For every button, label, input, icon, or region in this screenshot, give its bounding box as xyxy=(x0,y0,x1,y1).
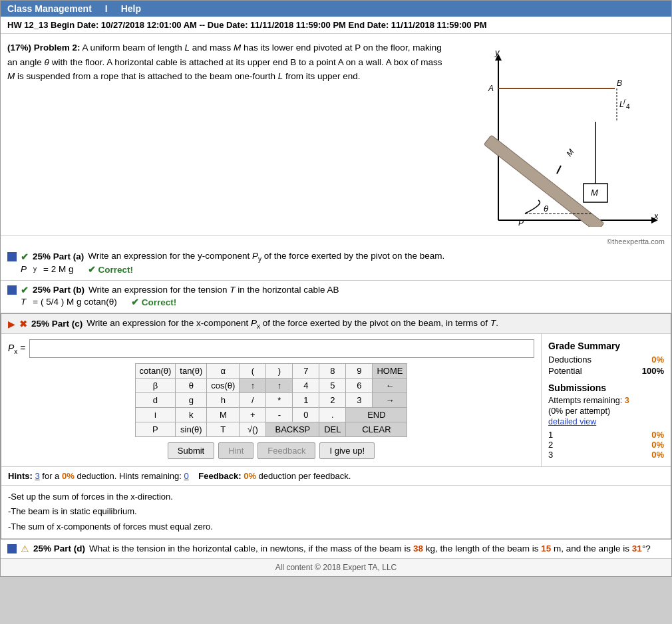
hint-button[interactable]: Hint xyxy=(218,442,253,459)
hints-content: -Set up the sum of forces in the x-direc… xyxy=(1,486,671,538)
potential-value: 100% xyxy=(642,366,664,376)
key-tan[interactable]: tan(θ) xyxy=(176,364,207,379)
key-0[interactable]: 0 xyxy=(293,408,319,422)
feedback-pct: 0% xyxy=(244,471,256,481)
key-7[interactable]: 7 xyxy=(293,364,319,379)
svg-text:P: P xyxy=(518,218,524,227)
problem-diagram: x y A B M xyxy=(458,41,665,229)
key-del[interactable]: DEL xyxy=(319,422,346,437)
part-c-description: Write an expression for the x-component … xyxy=(86,318,498,330)
key-divide[interactable]: / xyxy=(240,393,266,408)
key-9[interactable]: 9 xyxy=(346,364,373,379)
key-theta[interactable]: θ xyxy=(176,379,207,393)
key-cotan[interactable]: cotan(θ) xyxy=(135,364,176,379)
key-alpha[interactable]: α xyxy=(207,364,240,379)
input-label: Px = xyxy=(8,343,25,355)
attempts-label: Attempts remaining: xyxy=(548,396,622,405)
diagram-svg: x y A B M xyxy=(458,41,658,227)
key-h[interactable]: h xyxy=(207,393,240,408)
svg-text:x: x xyxy=(653,211,658,221)
key-plus[interactable]: + xyxy=(240,408,266,422)
key-sqrt[interactable]: √() xyxy=(240,422,266,437)
detailed-link[interactable]: detailed view xyxy=(548,417,664,426)
svg-text:M: M xyxy=(591,188,598,198)
key-beta[interactable]: β xyxy=(135,379,176,393)
sub-val-1: 0% xyxy=(651,430,664,440)
hints-deduction-pct: 0% xyxy=(62,471,75,481)
key-8[interactable]: 8 xyxy=(319,364,346,379)
key-dot[interactable]: . xyxy=(319,408,346,422)
key-i[interactable]: i xyxy=(135,408,176,422)
key-sin[interactable]: sin(θ) xyxy=(176,422,207,437)
key-T[interactable]: T xyxy=(207,422,240,437)
svg-line-23 xyxy=(557,166,561,174)
hints-count[interactable]: 3 xyxy=(35,471,39,481)
sub-val-2: 0% xyxy=(651,440,664,450)
part-c-left: Px = cotan(θ) tan(θ) α ( ) 7 8 xyxy=(1,334,541,466)
sub-num-3: 3 xyxy=(548,450,553,460)
answer-input[interactable] xyxy=(29,339,534,358)
feedback-label: Feedback: xyxy=(198,471,241,481)
key-backspace[interactable]: ← xyxy=(373,379,407,393)
deductions-row: Deductions 0% xyxy=(548,355,664,365)
submit-button[interactable]: Submit xyxy=(168,442,214,459)
attempts-value: 3 xyxy=(625,396,629,405)
key-right[interactable]: → xyxy=(373,393,407,408)
key-d[interactable]: d xyxy=(135,393,176,408)
key-6[interactable]: 6 xyxy=(346,379,373,393)
key-g[interactable]: g xyxy=(176,393,207,408)
footer: All content © 2018 Expert TA, LLC xyxy=(1,558,671,576)
hints-remaining: 0 xyxy=(184,471,189,481)
sub-row-3: 3 0% xyxy=(548,450,664,460)
copyright: ©theexpertta.com xyxy=(1,236,671,247)
hint-3: -The sum of x-components of forces must … xyxy=(8,520,664,534)
part-a-description: Write an expression for the y-component … xyxy=(88,251,444,263)
part-b-header: ✔ 25% Part (b) Write an expression for t… xyxy=(7,285,665,295)
key-up1[interactable]: ↑ xyxy=(240,379,266,393)
key-P[interactable]: P xyxy=(135,422,176,437)
key-up2[interactable]: ↑ xyxy=(266,379,293,393)
svg-text:θ: θ xyxy=(544,204,548,214)
button-row: Submit Hint Feedback I give up! xyxy=(8,442,534,459)
key-5[interactable]: 5 xyxy=(319,379,346,393)
key-3[interactable]: 3 xyxy=(346,393,373,408)
key-close-paren[interactable]: ) xyxy=(266,364,293,379)
problem-text: (17%) Problem 2: A uniform beam of lengt… xyxy=(7,41,458,229)
key-2[interactable]: 2 xyxy=(319,393,346,408)
part-b-answer: T = ( 5/4 ) M g cotan(θ) ✔ Correct! xyxy=(7,295,665,309)
help-link[interactable]: Help xyxy=(121,3,141,14)
key-4[interactable]: 4 xyxy=(293,379,319,393)
key-k[interactable]: k xyxy=(176,408,207,422)
sub-val-3: 0% xyxy=(651,450,664,460)
footer-text: All content © 2018 Expert TA, LLC xyxy=(275,563,397,572)
submissions-title: Submissions xyxy=(548,383,664,393)
part-a-header: ✔ 25% Part (a) Write an expression for t… xyxy=(7,251,665,263)
key-clear[interactable]: CLEAR xyxy=(346,422,407,437)
key-end[interactable]: END xyxy=(346,408,407,422)
key-backsp[interactable]: BACKSP xyxy=(266,422,319,437)
feedback-button[interactable]: Feedback xyxy=(257,442,315,459)
part-d-angle-unit: °? xyxy=(642,544,651,553)
part-a-icon xyxy=(7,252,17,261)
grade-summary-panel: Grade Summary Deductions 0% Potential 10… xyxy=(541,334,671,466)
key-multiply[interactable]: * xyxy=(266,393,293,408)
part-d-percent: 25% Part (d) xyxy=(33,544,85,553)
key-minus[interactable]: - xyxy=(266,408,293,422)
key-home[interactable]: HOME xyxy=(373,364,407,379)
part-d-text: What is the tension in the horizontal ca… xyxy=(89,544,651,553)
key-M[interactable]: M xyxy=(207,408,240,422)
give-up-button[interactable]: I give up! xyxy=(319,442,375,459)
key-open-paren[interactable]: ( xyxy=(240,364,266,379)
hints-bar: Hints: 3 for a 0% deduction. Hints remai… xyxy=(1,466,671,486)
class-management-link[interactable]: Class Management xyxy=(7,3,92,14)
part-b-description: Write an expression for the tension T in… xyxy=(88,285,339,295)
deductions-value: 0% xyxy=(651,355,664,365)
hw-header-text: HW 12_13 Begin Date: 10/27/2018 12:01:00… xyxy=(7,20,487,30)
keypad-container: cotan(θ) tan(θ) α ( ) 7 8 9 HOME β xyxy=(8,363,534,437)
key-1[interactable]: 1 xyxy=(293,393,319,408)
part-c-percent: 25% Part (c) xyxy=(31,319,83,329)
deductions-label: Deductions xyxy=(548,355,591,365)
key-cos[interactable]: cos(θ) xyxy=(207,379,240,393)
problem-area: (17%) Problem 2: A uniform beam of lengt… xyxy=(1,34,671,236)
part-c-triangle: ▶ xyxy=(8,319,15,329)
